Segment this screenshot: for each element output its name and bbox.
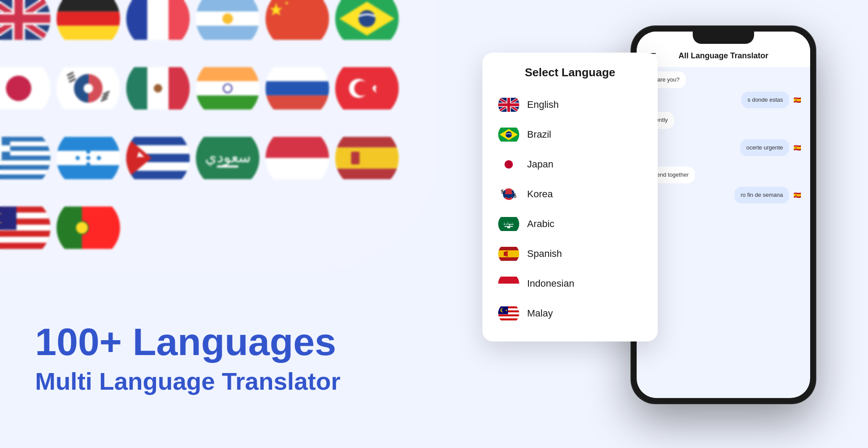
- svg-rect-38: [266, 96, 329, 110]
- flag-japan: [0, 57, 50, 120]
- phone-screen: All Language Translator re are you? s do…: [637, 32, 810, 398]
- svg-point-125: [502, 309, 505, 312]
- flag-turkey: [335, 57, 399, 120]
- flag-icon-english: [498, 94, 519, 115]
- svg-rect-7: [196, 0, 259, 11]
- flag-icon-brazil: [498, 124, 519, 145]
- svg-rect-108: [507, 227, 510, 228]
- chat-message-1: re are you?: [645, 71, 802, 88]
- svg-rect-122: [498, 318, 519, 320]
- flag-south-korea: [57, 57, 120, 120]
- language-name-korea: Korea: [527, 188, 553, 200]
- flag-badge-3: 🇪🇸: [792, 190, 802, 200]
- svg-rect-69: [266, 137, 329, 158]
- flag-cuba: [126, 126, 190, 190]
- svg-rect-59: [126, 137, 190, 145]
- svg-rect-74: [351, 152, 359, 164]
- language-item-spanish[interactable]: Spanish: [495, 239, 645, 269]
- flag-russia: [266, 57, 329, 120]
- svg-point-103: [507, 190, 511, 194]
- svg-point-58: [86, 156, 91, 160]
- language-name-arabic: Arabic: [527, 218, 554, 230]
- svg-rect-110: [498, 250, 519, 257]
- language-item-brazil[interactable]: Brazil: [495, 120, 645, 149]
- phone-frame: All Language Translator re are you? s do…: [631, 26, 815, 403]
- svg-point-16: [358, 10, 376, 27]
- svg-rect-37: [266, 81, 329, 95]
- flag-indonesia: [266, 126, 329, 190]
- svg-rect-80: [0, 237, 50, 243]
- background-flags-area: سعودي: [0, 0, 429, 272]
- language-item-korea[interactable]: Korea: [495, 179, 645, 209]
- svg-rect-3: [57, 26, 120, 40]
- language-item-japan[interactable]: Japan: [495, 149, 645, 179]
- svg-point-31: [154, 84, 162, 92]
- chat-message-2: s donde estas 🇪🇸: [645, 92, 802, 108]
- language-item-english[interactable]: English: [495, 90, 645, 120]
- svg-rect-53: [57, 165, 120, 179]
- svg-rect-121: [498, 316, 519, 319]
- svg-point-10: [222, 13, 233, 24]
- svg-point-87: [76, 221, 89, 234]
- svg-text:سعودي: سعودي: [205, 149, 251, 166]
- svg-rect-33: [196, 81, 259, 95]
- chat-bubble-6: ro fin de semana: [734, 187, 789, 203]
- svg-rect-6: [169, 0, 190, 40]
- language-selection-modal: Select Language English: [482, 53, 658, 341]
- flag-malaysia: [0, 196, 50, 260]
- svg-rect-30: [169, 67, 190, 110]
- svg-rect-36: [266, 67, 329, 81]
- svg-rect-32: [196, 67, 259, 81]
- svg-point-54: [76, 156, 80, 160]
- svg-rect-19: [57, 67, 120, 110]
- language-name-japan: Japan: [527, 159, 553, 170]
- svg-point-104: [507, 194, 511, 198]
- flag-icon-indonesian: [498, 273, 519, 294]
- flag-india: [196, 57, 259, 120]
- flag-icon-spanish: [498, 243, 519, 264]
- chat-bubble-2: s donde estas: [741, 92, 789, 108]
- flag-badge-2: 🇪🇸: [792, 142, 802, 153]
- svg-rect-46: [0, 160, 50, 165]
- flag-argentina: [196, 0, 259, 50]
- language-name-indonesian: Indonesian: [527, 278, 574, 289]
- flag-honduras: [57, 126, 120, 190]
- language-item-indonesian[interactable]: Indonesian: [495, 269, 645, 299]
- svg-point-55: [86, 149, 91, 154]
- modal-title: Select Language: [495, 66, 645, 79]
- svg-rect-2: [57, 11, 120, 25]
- flag-badge-1: 🇪🇸: [792, 95, 802, 105]
- svg-rect-34: [196, 96, 259, 110]
- svg-rect-79: [0, 231, 50, 237]
- language-name-spanish: Spanish: [527, 248, 562, 260]
- language-item-arabic[interactable]: شهادة Arabic: [495, 209, 645, 239]
- svg-rect-114: [498, 277, 519, 284]
- svg-rect-109: [498, 247, 519, 250]
- language-item-malay[interactable]: Malay: [495, 299, 645, 328]
- flag-greece: [0, 126, 50, 190]
- svg-point-18: [6, 76, 32, 101]
- svg-point-41: [354, 81, 369, 96]
- svg-rect-4: [126, 0, 147, 40]
- svg-rect-9: [196, 26, 259, 40]
- flag-icon-japan: [498, 154, 519, 175]
- flag-saudi: سعودي: [196, 126, 259, 190]
- svg-rect-112: [504, 252, 507, 256]
- svg-rect-73: [335, 169, 399, 179]
- flag-uk: [0, 0, 50, 50]
- chat-bubble-4: ocerte urgente: [740, 139, 789, 156]
- flag-germany: [57, 0, 120, 50]
- svg-rect-63: [126, 171, 190, 179]
- chat-area: re are you? s donde estas 🇪🇸 rgently oce…: [640, 67, 807, 208]
- hero-headline: 100+ Languages: [35, 321, 340, 363]
- svg-rect-113: [506, 251, 507, 257]
- language-name-malay: Malay: [527, 308, 553, 319]
- chat-message-6: ro fin de semana 🇪🇸: [645, 187, 802, 203]
- chat-message-4: ocerte urgente 🇪🇸: [645, 139, 802, 156]
- svg-rect-50: [0, 146, 10, 152]
- flag-icon-arabic: شهادة: [498, 213, 519, 235]
- svg-rect-28: [126, 67, 147, 110]
- svg-point-91: [506, 132, 512, 138]
- svg-rect-71: [335, 137, 399, 147]
- flag-france: [126, 0, 190, 50]
